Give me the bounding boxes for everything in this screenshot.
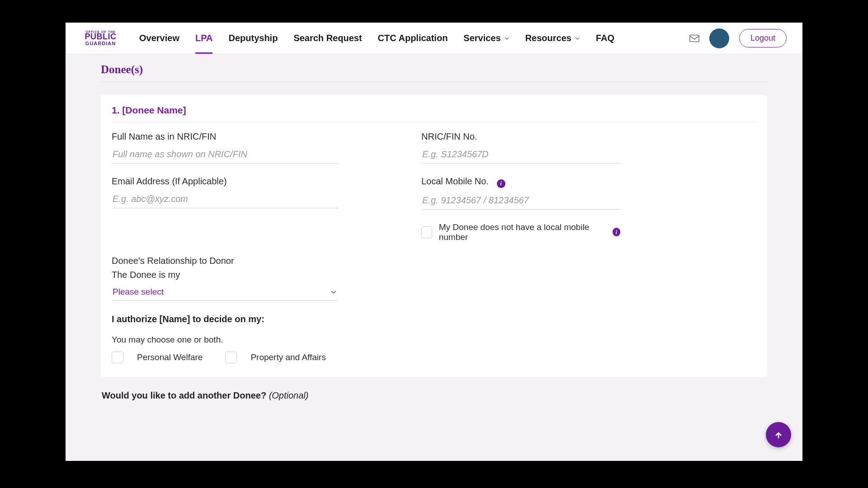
top-nav-bar: OFFICE OF THE PUBLIC GUARDIAN Overview L…: [66, 23, 802, 54]
donee-card: 1. [Donee Name] Full Name as in NRIC/FIN…: [101, 95, 767, 377]
email-label: Email Address (If Applicable): [112, 176, 338, 187]
logout-button[interactable]: Logout: [739, 29, 787, 47]
fullname-label: Full Name as in NRIC/FIN: [112, 131, 338, 142]
nav-ctc-application[interactable]: CTC Application: [378, 23, 448, 54]
add-another-donee-question: Would you like to add another Donee? (Op…: [102, 390, 767, 401]
arrow-up-icon: [774, 430, 783, 439]
fullname-input[interactable]: [112, 145, 338, 164]
main-nav: Overview LPA Deputyship Search Request C…: [139, 23, 614, 54]
scroll-to-top-button[interactable]: [766, 422, 791, 447]
chevron-down-icon: [330, 289, 337, 295]
personal-welfare-label: Personal Welfare: [137, 352, 203, 362]
no-mobile-checkbox[interactable]: [421, 226, 432, 238]
nric-input[interactable]: [421, 145, 620, 164]
section-divider: [101, 82, 767, 82]
property-affairs-checkbox[interactable]: [225, 352, 237, 363]
mail-icon[interactable]: [689, 34, 699, 42]
svg-rect-0: [690, 35, 699, 42]
nav-search-request[interactable]: Search Request: [293, 23, 362, 54]
nav-resources[interactable]: Resources: [525, 23, 580, 54]
personal-welfare-checkbox[interactable]: [112, 352, 123, 363]
nav-deputyship[interactable]: Deputyship: [228, 23, 278, 54]
authorize-title: I authorize [Name] to decide on my:: [112, 314, 756, 324]
info-icon[interactable]: i: [613, 228, 620, 236]
no-mobile-row: My Donee does not have a local mobile nu…: [421, 222, 620, 242]
nric-label: NRIC/FIN No.: [421, 131, 620, 142]
relationship-sublabel: The Donee is my: [112, 270, 338, 280]
chevron-down-icon: [575, 36, 580, 41]
avatar[interactable]: [709, 28, 729, 48]
relationship-select[interactable]: Please select: [112, 284, 338, 300]
nav-overview[interactable]: Overview: [139, 23, 179, 54]
nav-faq[interactable]: FAQ: [596, 23, 614, 54]
mobile-label: Local Mobile No. i: [421, 176, 620, 188]
info-icon[interactable]: i: [497, 179, 505, 188]
donee-card-heading: 1. [Donee Name]: [112, 105, 756, 122]
no-mobile-label: My Donee does not have a local mobile nu…: [439, 222, 604, 242]
email-input[interactable]: [112, 190, 338, 208]
mobile-input[interactable]: [421, 192, 620, 210]
section-title-donees: Donee(s): [101, 63, 767, 76]
nav-lpa[interactable]: LPA: [195, 23, 213, 54]
nav-services[interactable]: Services: [463, 23, 509, 54]
authorize-hint: You may choose one or both.: [112, 335, 756, 345]
opg-logo: OFFICE OF THE PUBLIC GUARDIAN: [81, 26, 120, 51]
chevron-down-icon: [504, 36, 509, 41]
property-affairs-label: Property and Affairs: [250, 352, 326, 362]
relationship-label: Donee's Relationship to Donor: [112, 256, 338, 266]
